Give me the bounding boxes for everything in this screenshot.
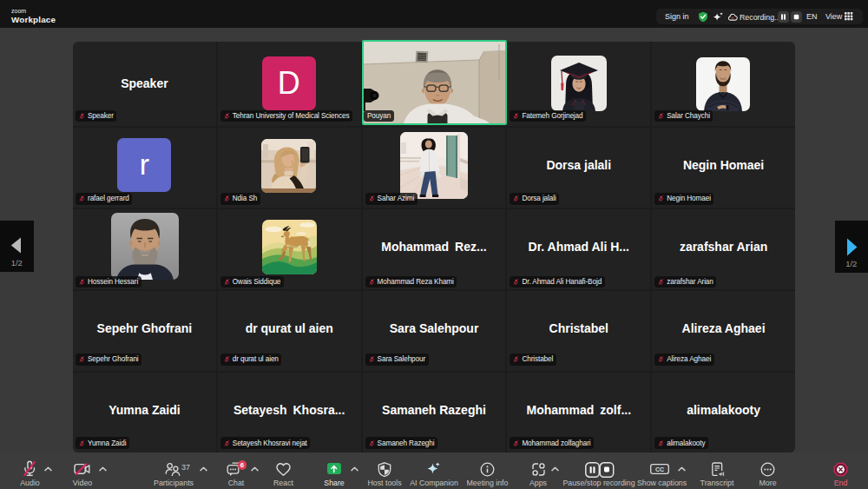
svg-text:CC: CC (655, 466, 664, 472)
